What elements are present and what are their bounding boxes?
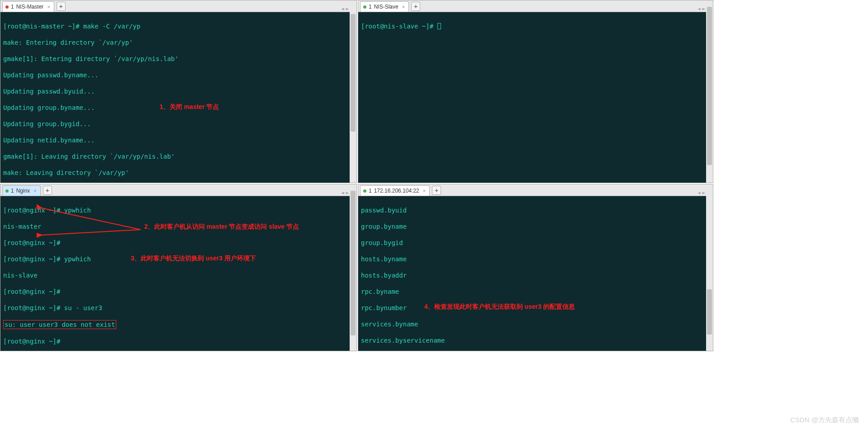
annotation-4: 4、检查发现此时客户机无法获取到 user3 的配置信息 bbox=[424, 302, 575, 311]
term-line: services.byservicename bbox=[361, 336, 710, 344]
status-dot-icon bbox=[5, 5, 9, 9]
scrollbar[interactable] bbox=[706, 184, 713, 351]
scrollbar[interactable] bbox=[350, 184, 356, 351]
prev-tab-icon[interactable]: ◄ bbox=[697, 6, 701, 12]
add-tab-button[interactable]: + bbox=[57, 2, 66, 11]
status-dot-icon bbox=[363, 5, 366, 9]
prev-tab-icon[interactable]: ◄ bbox=[341, 190, 344, 196]
term-line: make: Entering directory `/var/yp' bbox=[3, 38, 354, 47]
annotation-1: 1、关闭 master 节点 bbox=[160, 103, 219, 111]
term-line: [root@nis-master ~]# make -C /var/yp bbox=[3, 22, 354, 30]
tab-title: NIS-Master bbox=[16, 4, 44, 10]
term-line: rpc.byname bbox=[361, 288, 710, 296]
term-line: Updating passwd.byuid... bbox=[3, 87, 354, 95]
term-line: hosts.byaddr bbox=[361, 271, 710, 279]
tab-title: 172.16.206.104:22 bbox=[374, 188, 419, 194]
tab-nis-master[interactable]: 1 NIS-Master × bbox=[2, 1, 54, 12]
terminal-nis-master[interactable]: [root@nis-master ~]# make -C /var/yp mak… bbox=[0, 12, 356, 183]
term-line: Updating netid.byname... bbox=[3, 136, 354, 144]
status-dot-icon bbox=[5, 189, 9, 193]
close-icon[interactable]: × bbox=[47, 4, 50, 9]
term-line: [root@nginx ~]# su - user3 bbox=[3, 304, 354, 312]
add-tab-button[interactable]: + bbox=[43, 186, 52, 195]
svg-line-2 bbox=[41, 230, 141, 235]
cursor-icon bbox=[437, 23, 441, 29]
tab-index: 1 bbox=[11, 188, 14, 194]
term-line: group.bygid bbox=[361, 239, 710, 247]
term-line: [root@nginx ~]# bbox=[3, 239, 354, 247]
term-line: [root@nginx ~]# bbox=[3, 337, 354, 345]
highlight-su-error: su: user user3 does not exist bbox=[3, 320, 116, 329]
tab-title: NIS-Slave bbox=[374, 4, 398, 10]
tab-ip-host[interactable]: 1 172.16.206.104:22 × bbox=[360, 185, 430, 196]
status-dot-icon bbox=[363, 189, 366, 193]
term-line: su: user user3 does not exist bbox=[3, 320, 354, 329]
prev-tab-icon[interactable]: ◄ bbox=[697, 190, 701, 196]
term-line: [root@nginx ~]# ypwhich bbox=[3, 206, 354, 214]
tabbar: 1 NIS-Slave × + ◄ ► ▾ bbox=[358, 0, 713, 12]
pane-nis-slave: 1 NIS-Slave × + ◄ ► ▾ [root@nis-slave ~]… bbox=[358, 0, 713, 183]
annotation-2: 2、此时客户机从访问 master 节点变成访问 slave 节点 bbox=[144, 222, 299, 231]
tab-nginx[interactable]: 1 Nginx × bbox=[2, 185, 41, 196]
close-icon[interactable]: × bbox=[402, 4, 405, 9]
add-tab-button[interactable]: + bbox=[411, 2, 420, 11]
scrollbar[interactable] bbox=[350, 0, 356, 183]
tab-index: 1 bbox=[369, 188, 372, 194]
next-tab-icon[interactable]: ► bbox=[346, 190, 349, 196]
tabbar: 1 Nginx × + ◄ ► ▾ bbox=[0, 184, 356, 196]
term-line: Updating group.bygid... bbox=[3, 120, 354, 128]
tabbar: 1 172.16.206.104:22 × + ◄ ► ▾ bbox=[358, 184, 713, 196]
close-icon[interactable]: × bbox=[423, 188, 426, 193]
tab-title: Nginx bbox=[16, 188, 30, 194]
term-line: passwd.byuid bbox=[361, 206, 710, 214]
terminal-nginx[interactable]: [root@nginx ~]# ypwhich nis-master [root… bbox=[0, 196, 356, 351]
term-line: group.byname bbox=[361, 222, 710, 231]
term-line: [root@nis-slave ~]# bbox=[361, 22, 710, 30]
term-line: Updating passwd.byname... bbox=[3, 71, 354, 79]
pane-nginx: 1 Nginx × + ◄ ► ▾ [root@nginx ~]# ypwhic… bbox=[0, 184, 357, 351]
prev-tab-icon[interactable]: ◄ bbox=[341, 6, 344, 12]
add-tab-button[interactable]: + bbox=[432, 186, 441, 195]
scrollbar[interactable] bbox=[706, 0, 713, 183]
term-line: services.byname bbox=[361, 320, 710, 328]
terminal-nis-slave[interactable]: [root@nis-slave ~]# bbox=[358, 12, 713, 183]
tab-nis-slave[interactable]: 1 NIS-Slave × bbox=[360, 1, 409, 12]
close-icon[interactable]: × bbox=[33, 188, 36, 193]
tab-index: 1 bbox=[11, 4, 14, 10]
terminal-ip-host[interactable]: passwd.byuid group.byname group.bygid ho… bbox=[358, 196, 713, 351]
pane-ip-host: 1 172.16.206.104:22 × + ◄ ► ▾ passwd.byu… bbox=[358, 184, 713, 351]
next-tab-icon[interactable]: ► bbox=[702, 6, 706, 12]
watermark: CSDN @方先森有点懒 bbox=[790, 416, 859, 424]
pane-nis-master: 1 NIS-Master × + ◄ ► ▾ [root@nis-master … bbox=[0, 0, 357, 183]
term-line: make: Leaving directory `/var/yp' bbox=[3, 169, 354, 177]
next-tab-icon[interactable]: ► bbox=[702, 190, 706, 196]
term-line: hosts.byname bbox=[361, 255, 710, 263]
tab-index: 1 bbox=[369, 4, 372, 10]
term-line: gmake[1]: Entering directory `/var/yp/ni… bbox=[3, 55, 354, 63]
term-line: nis-slave bbox=[3, 271, 354, 279]
term-line: [root@nginx ~]# bbox=[3, 288, 354, 296]
next-tab-icon[interactable]: ► bbox=[346, 6, 349, 12]
annotation-3: 3、此时客户机无法切换到 user3 用户环境下 bbox=[131, 254, 256, 262]
tabbar: 1 NIS-Master × + ◄ ► ▾ bbox=[0, 0, 356, 12]
term-line: gmake[1]: Leaving directory `/var/yp/nis… bbox=[3, 152, 354, 160]
